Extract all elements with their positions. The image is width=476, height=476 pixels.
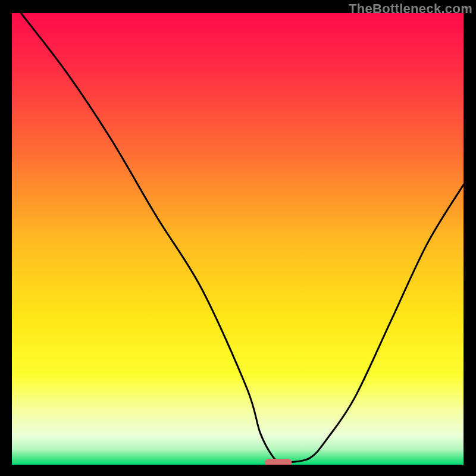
- gradient-background: [12, 13, 464, 465]
- optimal-marker: [265, 459, 292, 465]
- watermark-text: TheBottleneck.com: [349, 1, 472, 17]
- chart-frame: [12, 13, 464, 465]
- bottleneck-chart: [12, 13, 464, 465]
